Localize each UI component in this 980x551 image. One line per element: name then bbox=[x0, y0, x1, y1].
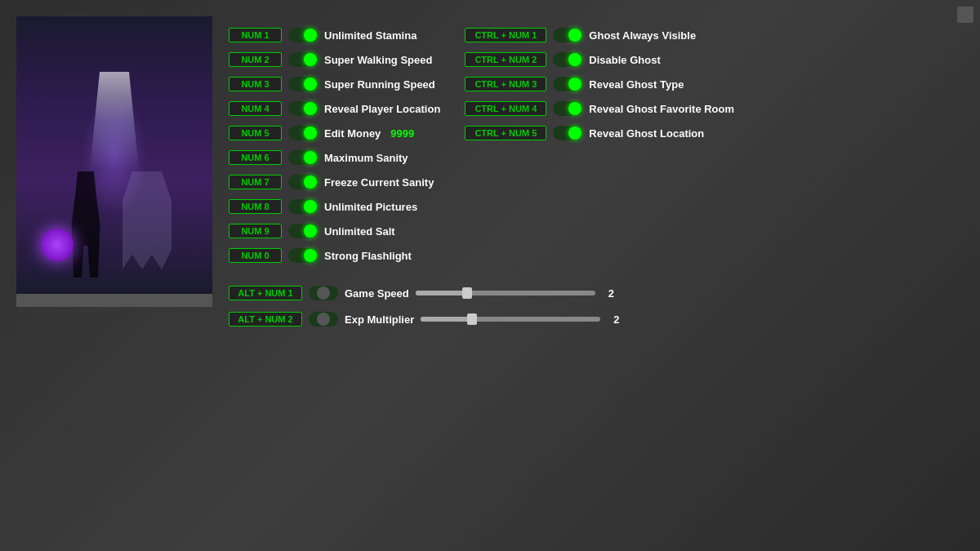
cheat-row: NUM 2Super Walking Speed bbox=[229, 49, 440, 70]
toggle-switch[interactable] bbox=[288, 248, 318, 263]
toggle-knob bbox=[568, 127, 581, 140]
slider-label: Game Speed bbox=[345, 287, 409, 300]
toggle-knob bbox=[304, 78, 317, 91]
toggle-switch[interactable] bbox=[553, 52, 582, 67]
game-cover-panel bbox=[16, 16, 212, 338]
slider-row: ALT + NUM 1Game Speed2 bbox=[229, 282, 964, 304]
cheat-label: Unlimited Stamina bbox=[324, 29, 416, 42]
key-badge: NUM 5 bbox=[229, 126, 282, 140]
slider-fill bbox=[416, 291, 466, 295]
toggle-switch[interactable] bbox=[288, 126, 318, 140]
slider-fill bbox=[421, 317, 471, 322]
cheat-row: CTRL + NUM 2Disable Ghost bbox=[465, 49, 734, 70]
cheat-label: Edit Money bbox=[324, 127, 381, 140]
slider-track[interactable] bbox=[416, 291, 595, 295]
toggle-switch[interactable] bbox=[288, 175, 318, 189]
toggle-knob bbox=[568, 78, 581, 91]
key-badge: NUM 4 bbox=[229, 101, 282, 116]
toggle-switch[interactable] bbox=[309, 312, 338, 327]
sliders-section: ALT + NUM 1Game Speed2ALT + NUM 2Exp Mul… bbox=[229, 282, 964, 330]
key-badge: NUM 9 bbox=[229, 224, 282, 238]
toggle-knob bbox=[304, 102, 317, 115]
toggle-knob bbox=[568, 29, 581, 42]
purple-orb bbox=[41, 229, 74, 261]
key-badge: CTRL + NUM 5 bbox=[465, 126, 546, 140]
key-badge: NUM 7 bbox=[229, 175, 282, 189]
key-badge: CTRL + NUM 1 bbox=[465, 28, 546, 42]
toggle-knob bbox=[568, 53, 581, 66]
toggle-switch[interactable] bbox=[553, 28, 582, 42]
slider-handle[interactable] bbox=[467, 313, 477, 325]
toggle-knob bbox=[568, 102, 581, 115]
right-cheat-column: CTRL + NUM 1Ghost Always VisibleCTRL + N… bbox=[465, 24, 734, 266]
cheat-row: NUM 0Strong Flashlight bbox=[229, 245, 440, 266]
cheat-row: CTRL + NUM 1Ghost Always Visible bbox=[465, 24, 734, 46]
cheat-row: NUM 9Unlimited Salt bbox=[229, 220, 440, 242]
slider-value: 2 bbox=[613, 313, 619, 326]
cheat-label: Super Running Speed bbox=[324, 78, 435, 91]
cheat-label: Ghost Always Visible bbox=[589, 29, 696, 42]
cheat-row: NUM 6Maximum Sanity bbox=[229, 147, 440, 168]
toggle-switch[interactable] bbox=[288, 199, 318, 214]
toggle-knob bbox=[304, 151, 317, 164]
cheat-row: CTRL + NUM 3Reveal Ghost Type bbox=[465, 73, 734, 95]
cheat-row: NUM 4Reveal Player Location bbox=[229, 98, 440, 119]
slider-row: ALT + NUM 2Exp Multiplier2 bbox=[229, 309, 964, 330]
toggle-knob bbox=[317, 287, 330, 300]
cheat-label: Reveal Player Location bbox=[324, 103, 440, 115]
key-badge: NUM 8 bbox=[229, 199, 282, 214]
cheat-row: CTRL + NUM 5Reveal Ghost Location bbox=[465, 122, 734, 144]
key-badge: NUM 0 bbox=[229, 248, 282, 263]
cheat-row: CTRL + NUM 4Reveal Ghost Favorite Room bbox=[465, 98, 734, 119]
toggle-knob bbox=[304, 176, 317, 189]
toggle-switch[interactable] bbox=[553, 101, 582, 116]
slider-value: 2 bbox=[608, 287, 614, 300]
key-badge: NUM 6 bbox=[229, 150, 282, 165]
toggle-switch[interactable] bbox=[288, 52, 318, 67]
key-badge: NUM 2 bbox=[229, 52, 282, 67]
cheat-row: NUM 7Freeze Current Sanity bbox=[229, 171, 440, 193]
ghost-silhouette bbox=[122, 171, 172, 269]
cheat-row: NUM 1Unlimited Stamina bbox=[229, 24, 440, 46]
cheat-label: Reveal Ghost Favorite Room bbox=[589, 103, 734, 115]
cheat-row: NUM 8Unlimited Pictures bbox=[229, 196, 440, 217]
cheat-row: NUM 3Super Running Speed bbox=[229, 73, 440, 95]
toggle-switch[interactable] bbox=[309, 286, 338, 300]
key-badge: NUM 3 bbox=[229, 77, 282, 91]
slider-track[interactable] bbox=[421, 317, 600, 322]
toggle-switch[interactable] bbox=[288, 77, 318, 91]
key-badge: ALT + NUM 1 bbox=[229, 286, 302, 300]
toggle-switch[interactable] bbox=[288, 224, 318, 238]
door-glow bbox=[90, 72, 139, 170]
cover-image bbox=[16, 16, 212, 294]
slider-handle[interactable] bbox=[462, 287, 472, 299]
cheat-label: Super Walking Speed bbox=[324, 54, 432, 66]
toggle-switch[interactable] bbox=[553, 126, 582, 140]
cheat-label: Reveal Ghost Location bbox=[589, 127, 704, 140]
trainer-label bbox=[16, 294, 212, 307]
toggle-knob bbox=[304, 249, 317, 262]
toggle-switch[interactable] bbox=[553, 77, 582, 91]
cheat-label: Disable Ghost bbox=[589, 54, 660, 66]
app-window: NUM 1Unlimited StaminaNUM 2Super Walking… bbox=[0, 0, 980, 551]
close-button[interactable] bbox=[957, 7, 973, 23]
key-badge: ALT + NUM 2 bbox=[229, 312, 302, 327]
key-badge: NUM 1 bbox=[229, 28, 282, 42]
cheat-label: Freeze Current Sanity bbox=[324, 176, 434, 189]
cheat-label: Unlimited Pictures bbox=[324, 201, 417, 213]
toggle-switch[interactable] bbox=[288, 150, 318, 165]
cheat-label: Reveal Ghost Type bbox=[589, 78, 684, 91]
cheats-panel: NUM 1Unlimited StaminaNUM 2Super Walking… bbox=[229, 16, 964, 338]
toggle-switch[interactable] bbox=[288, 28, 318, 42]
toggle-knob bbox=[304, 53, 317, 66]
cheat-label: Maximum Sanity bbox=[324, 152, 408, 164]
toggle-switch[interactable] bbox=[288, 101, 318, 116]
toggle-knob bbox=[304, 29, 317, 42]
key-badge: CTRL + NUM 2 bbox=[465, 52, 546, 67]
toggle-knob bbox=[304, 224, 317, 238]
cheat-value: 9999 bbox=[390, 127, 414, 140]
cheat-label: Strong Flashlight bbox=[324, 250, 412, 262]
toggle-knob bbox=[304, 127, 317, 140]
slider-label: Exp Multiplier bbox=[345, 313, 414, 326]
key-badge: CTRL + NUM 3 bbox=[465, 77, 546, 91]
